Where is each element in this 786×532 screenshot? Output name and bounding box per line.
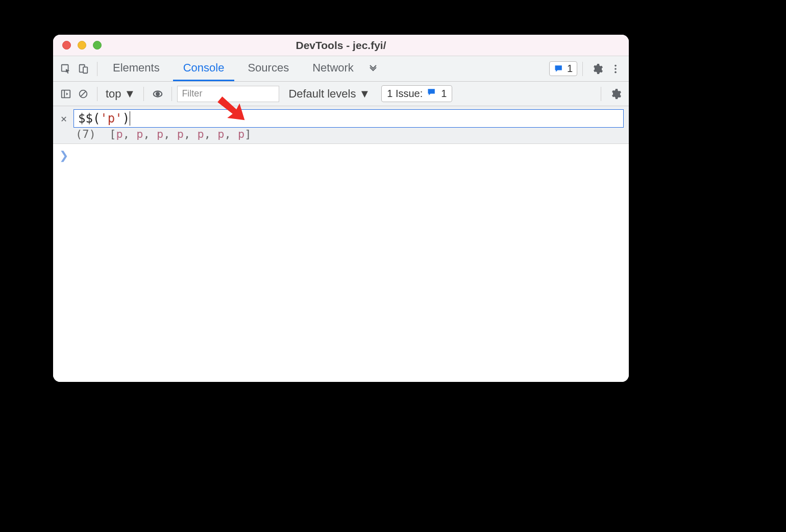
tab-elements[interactable]: Elements <box>103 56 170 81</box>
context-label: top <box>106 87 121 101</box>
live-expression-row: ✕ $$('p') (7) [p, p, p, p, p, p, p] <box>53 106 629 144</box>
live-expression-result: (7) [p, p, p, p, p, p, p] <box>58 128 624 140</box>
traffic-lights <box>62 41 102 50</box>
code-token: ) <box>122 111 130 126</box>
settings-icon[interactable] <box>588 60 606 78</box>
separator <box>582 62 583 76</box>
code-token: 'p' <box>100 111 122 126</box>
console-prompt-row[interactable]: ❯ <box>53 144 629 167</box>
window-title: DevTools - jec.fyi/ <box>53 39 629 52</box>
tab-console[interactable]: Console <box>173 56 235 81</box>
svg-marker-8 <box>66 92 68 95</box>
close-window-button[interactable] <box>62 41 71 50</box>
filter-input[interactable] <box>177 86 279 102</box>
live-expression-icon[interactable] <box>149 85 166 103</box>
kebab-menu-icon[interactable] <box>606 60 625 78</box>
prompt-chevron-icon: ❯ <box>59 149 68 162</box>
panel-tabs: Elements Console Sources Network <box>103 56 364 81</box>
zoom-window-button[interactable] <box>93 41 102 50</box>
toggle-sidebar-icon[interactable] <box>57 85 75 103</box>
code-token: ( <box>93 111 100 126</box>
device-toggle-icon[interactable] <box>75 60 92 78</box>
log-levels-selector[interactable]: Default levels ▼ <box>288 87 370 101</box>
separator <box>143 87 144 101</box>
console-settings-icon[interactable] <box>606 85 625 103</box>
svg-point-4 <box>615 68 617 70</box>
svg-rect-2 <box>83 67 87 73</box>
context-selector[interactable]: top ▼ <box>103 87 138 101</box>
issues-label: 1 Issue: <box>387 88 423 100</box>
clear-console-icon[interactable] <box>75 85 92 103</box>
console-body: ✕ $$('p') (7) [p, p, p, p, p, p, p] ❯ <box>53 106 629 382</box>
main-toolbar: Elements Console Sources Network 1 <box>53 56 629 82</box>
feedback-badge[interactable]: 1 <box>549 61 577 76</box>
separator <box>171 87 172 101</box>
issues-badge[interactable]: 1 Issue: 1 <box>381 85 452 102</box>
inspect-element-icon[interactable] <box>57 60 75 78</box>
console-toolbar: top ▼ Default levels ▼ 1 Issue: 1 <box>53 82 629 106</box>
levels-label: Default levels <box>288 87 356 101</box>
separator <box>97 62 97 76</box>
svg-line-10 <box>81 91 85 96</box>
devtools-window: DevTools - jec.fyi/ Elements Console Sou… <box>53 35 629 382</box>
svg-rect-6 <box>62 90 70 98</box>
separator <box>601 87 601 101</box>
svg-point-12 <box>156 92 159 95</box>
dropdown-triangle-icon: ▼ <box>359 87 370 101</box>
minimize-window-button[interactable] <box>78 41 86 50</box>
tab-sources[interactable]: Sources <box>237 56 299 81</box>
tab-network[interactable]: Network <box>302 56 364 81</box>
titlebar: DevTools - jec.fyi/ <box>53 35 629 56</box>
separator <box>97 87 97 101</box>
code-token: $$ <box>78 111 93 126</box>
more-tabs-icon[interactable] <box>364 63 382 75</box>
live-expression-input[interactable]: $$('p') <box>73 109 624 128</box>
result-count: (7) <box>76 128 96 140</box>
dropdown-triangle-icon: ▼ <box>125 87 136 101</box>
feedback-count: 1 <box>567 63 573 75</box>
issues-count: 1 <box>441 88 447 100</box>
svg-point-3 <box>615 64 617 66</box>
close-icon[interactable]: ✕ <box>58 112 69 125</box>
chat-icon <box>427 87 437 100</box>
svg-point-5 <box>615 71 617 73</box>
